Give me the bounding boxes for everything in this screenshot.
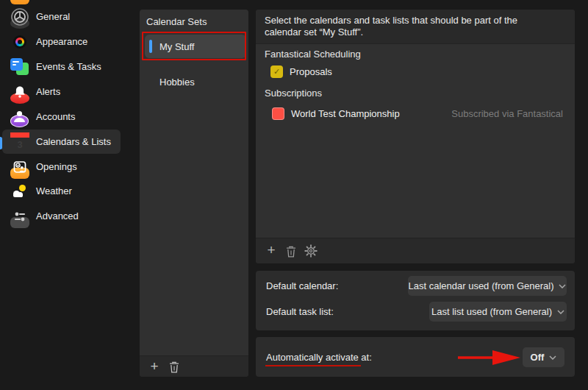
calendar-sets-toolbar: + bbox=[140, 356, 248, 377]
sidebar-item-alerts[interactable]: Alerts bbox=[2, 79, 121, 104]
chevron-down-icon bbox=[559, 284, 566, 288]
intro-strip: Select the calendars and task lists that… bbox=[256, 10, 575, 44]
set-selection-bar bbox=[149, 40, 152, 53]
intro-text: Select the calendars and task lists that… bbox=[256, 10, 563, 38]
calendars-lists-icon: 3 bbox=[10, 132, 29, 152]
proposals-checkbox[interactable]: ✓ bbox=[270, 65, 283, 78]
add-set-button[interactable]: + bbox=[148, 356, 161, 377]
sidebar-item-label: Calendars & Lists bbox=[36, 136, 111, 147]
subscription-note: Subscribed via Fantastical bbox=[451, 107, 563, 120]
gear-icon bbox=[304, 244, 318, 258]
weather-icon bbox=[10, 182, 29, 201]
calendar-sets-header: Calendar Sets bbox=[146, 16, 207, 27]
delete-set-button[interactable] bbox=[168, 361, 180, 373]
calendar-sets-panel: Calendar Sets My Stuff Hobbies + bbox=[140, 10, 248, 377]
calendar-list-toolbar: + bbox=[256, 238, 575, 263]
sidebar-item-general[interactable]: General bbox=[2, 4, 121, 29]
sidebar-item-appearance[interactable]: Appearance bbox=[2, 29, 121, 54]
sidebar-selection-indicator bbox=[0, 137, 2, 149]
default-calendar-dropdown[interactable]: Last calendar used (from General) bbox=[408, 276, 567, 296]
group-header-subscriptions: Subscriptions bbox=[265, 88, 322, 99]
sidebar-item-label: Advanced bbox=[36, 210, 79, 221]
calendar-set-label: Hobbies bbox=[159, 77, 195, 88]
openings-icon bbox=[10, 157, 29, 177]
trash-icon bbox=[286, 246, 296, 258]
calendar-row-label: World Test Championship bbox=[291, 107, 400, 120]
chevron-down-icon bbox=[557, 310, 564, 314]
defaults-panel: Default calendar: Last calendar used (fr… bbox=[256, 271, 575, 330]
annotation-underline bbox=[265, 365, 361, 366]
calendar-set-hobbies[interactable]: Hobbies bbox=[145, 72, 246, 91]
sidebar-item-label: Weather bbox=[36, 185, 72, 196]
calendar-set-label: My Stuff bbox=[159, 41, 194, 52]
dropdown-value: Off bbox=[531, 352, 545, 363]
dropdown-value: Last list used (from General) bbox=[431, 306, 552, 317]
general-icon bbox=[10, 7, 29, 26]
sidebar-item-label: Appearance bbox=[36, 36, 87, 47]
accounts-icon bbox=[10, 107, 29, 127]
appearance-icon bbox=[10, 32, 29, 52]
sidebar-item-advanced[interactable]: Advanced bbox=[2, 204, 121, 228]
sidebar-item-calendars-lists[interactable]: 3 Calendars & Lists bbox=[2, 130, 121, 154]
calendar-settings-button[interactable] bbox=[304, 244, 318, 258]
advanced-icon bbox=[10, 207, 29, 226]
group-header-fantastical-scheduling: Fantastical Scheduling bbox=[265, 49, 361, 60]
auto-activate-label: Automatically activate at: bbox=[266, 352, 372, 363]
sidebar-item-weather[interactable]: Weather bbox=[2, 179, 121, 203]
default-task-list-dropdown[interactable]: Last list used (from General) bbox=[429, 302, 567, 322]
world-test-championship-checkbox[interactable] bbox=[272, 107, 284, 120]
annotation-arrow bbox=[457, 350, 520, 365]
calendar-selection-panel: Select the calendars and task lists that… bbox=[256, 10, 575, 263]
calendar-set-my-stuff[interactable]: My Stuff bbox=[145, 35, 246, 58]
sidebar-item-label: Openings bbox=[36, 161, 77, 172]
sidebar-item-label: Events & Tasks bbox=[36, 61, 101, 72]
calendar-row-label: Proposals bbox=[290, 65, 332, 78]
sidebar-item-events-tasks[interactable]: Events & Tasks bbox=[2, 54, 121, 79]
add-calendar-button[interactable]: + bbox=[265, 238, 278, 263]
settings-sidebar: General Appearance Events & Tasks bbox=[0, 0, 131, 390]
chevron-down-icon bbox=[549, 355, 556, 360]
sidebar-item-openings[interactable]: Openings bbox=[2, 155, 121, 179]
auto-activate-panel: Automatically activate at: Off bbox=[256, 337, 575, 377]
preferences-window: { "icons": { "check": "✓", "plus": "+" }… bbox=[0, 0, 588, 390]
delete-calendar-button[interactable] bbox=[285, 245, 297, 258]
sidebar-item-label: Alerts bbox=[36, 86, 60, 97]
sidebar-item-accounts[interactable]: Accounts bbox=[2, 104, 121, 129]
dropdown-value: Last calendar used (from General) bbox=[409, 280, 554, 291]
default-calendar-label: Default calendar: bbox=[266, 280, 338, 291]
sidebar-item-label: General bbox=[36, 11, 70, 22]
check-icon: ✓ bbox=[273, 67, 280, 77]
trash-icon bbox=[169, 361, 179, 373]
default-task-list-label: Default task list: bbox=[266, 306, 334, 317]
events-tasks-icon bbox=[10, 57, 29, 77]
alerts-icon bbox=[10, 82, 29, 102]
auto-activate-dropdown[interactable]: Off bbox=[523, 347, 564, 367]
sidebar-item-label: Accounts bbox=[36, 111, 75, 122]
